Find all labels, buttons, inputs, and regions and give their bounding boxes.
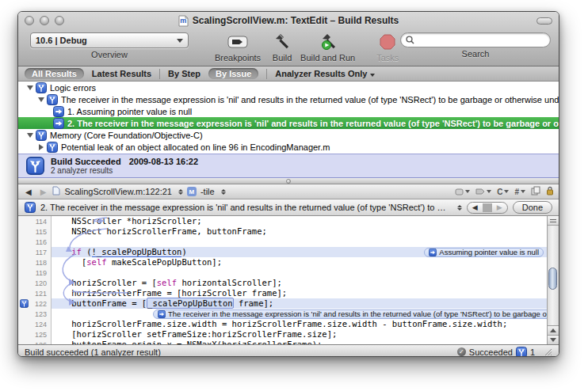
analyzer-gutter-icon[interactable] <box>20 299 29 308</box>
resize-grip[interactable] <box>543 347 552 358</box>
disclosure-closed-icon[interactable] <box>39 144 44 150</box>
done-button[interactable]: Done <box>513 201 552 214</box>
history-forward-button[interactable]: ▶ <box>38 188 49 196</box>
history-back-button[interactable]: ◀ <box>23 188 34 196</box>
search-group: Search <box>400 32 551 59</box>
breakpoints-button[interactable]: Breakpoints <box>215 32 261 63</box>
popup-arrow-icon <box>177 39 183 43</box>
annotation-bubble-receiver-nil[interactable]: The receiver in the message expression i… <box>153 309 547 319</box>
analyzer-count[interactable]: 1 <box>530 347 535 357</box>
filter-by-issue[interactable]: By Issue <box>208 68 258 79</box>
line-number[interactable]: 117 <box>18 247 52 257</box>
breakpoints-icon <box>226 32 250 51</box>
window-title-group: m ScalingScrollView.m: TextEdit – Build … <box>18 15 559 27</box>
line-number[interactable]: 115 <box>18 226 52 237</box>
counterpart-button[interactable] <box>531 186 540 197</box>
scroll-up-button[interactable] <box>548 325 559 335</box>
filter-analyzer-only[interactable]: Analyzer Results Only <box>275 69 375 78</box>
line-number[interactable]: 119 <box>18 268 52 278</box>
line-number[interactable]: 116 <box>18 237 52 247</box>
lock-icon[interactable] <box>546 186 554 197</box>
method-scope-icon: M <box>187 187 197 196</box>
banner-text: Build Succeeded2009-08-13 16:22 2 analyz… <box>51 157 198 175</box>
line-number[interactable]: 114 <box>18 216 52 226</box>
zoom-button[interactable] <box>55 16 64 25</box>
disclosure-open-icon[interactable] <box>27 133 33 138</box>
code-line-116: 116 <box>18 237 547 247</box>
pane-splitter[interactable] <box>18 178 559 184</box>
build-and-run-button[interactable]: Build and Run <box>300 32 355 63</box>
scrollbar-track[interactable] <box>548 226 559 325</box>
search-input[interactable] <box>418 36 536 45</box>
tasks-button[interactable]: Tasks <box>376 32 399 63</box>
line-number[interactable]: 126 <box>18 340 52 344</box>
succeeded-label[interactable]: Succeeded <box>469 347 513 357</box>
result-issue-receiver-nil[interactable]: The receiver in the message expression i… <box>18 93 559 105</box>
titlebar[interactable]: m ScalingScrollView.m: TextEdit – Build … <box>18 12 559 29</box>
breakpoints-menu-button[interactable] <box>475 188 491 195</box>
code-view[interactable]: 114 NSScroller *horizScroller; 115 NSRec… <box>18 216 547 344</box>
disclosure-open-icon[interactable] <box>27 85 33 90</box>
overview-popup[interactable]: 10.6 | Debug <box>30 32 189 48</box>
toolbar-toggle-button[interactable] <box>536 17 552 25</box>
file-popup[interactable]: ScalingScrollView.m:122:21 <box>64 187 172 196</box>
step-arrow-icon <box>53 106 64 117</box>
banner-subtitle: 2 analyzer results <box>51 166 198 175</box>
file-popup-stepper-icon <box>178 189 183 195</box>
analyzer-message-bar: 2. The receiver in the message expressio… <box>18 199 559 216</box>
disclosure-open-icon[interactable] <box>38 97 44 102</box>
bookmarks-menu-button[interactable] <box>455 188 470 196</box>
overview-label: Overview <box>91 50 128 59</box>
status-right-group: ✓ Succeeded 1 <box>457 347 552 358</box>
annotation-bubble-assume-null[interactable]: Assuming pointer value is null <box>424 248 544 257</box>
chevron-down-icon <box>487 190 491 193</box>
triangle-down-icon <box>550 338 556 342</box>
analyzer-message-text: 2. The receiver in the message expressio… <box>40 203 450 212</box>
breakpoints-label: Breakpoints <box>215 53 261 63</box>
result-group-logic-errors[interactable]: Logic errors <box>18 82 559 93</box>
class-menu-button[interactable]: C <box>497 188 509 196</box>
close-button[interactable] <box>25 16 34 25</box>
chevron-down-icon <box>504 190 509 193</box>
scrollbar-thumb[interactable] <box>548 268 557 290</box>
step-arrow-icon <box>158 310 166 318</box>
search-icon <box>406 33 414 47</box>
search-field[interactable] <box>400 32 551 47</box>
method-popup[interactable]: -tile <box>200 187 215 196</box>
message-stepper-icon[interactable] <box>457 205 462 211</box>
code-line-125: 125 [horizScroller setFrameSize:horizScr… <box>18 329 547 340</box>
line-number[interactable]: 123 <box>18 309 52 319</box>
build-button[interactable]: Build <box>270 32 294 63</box>
build-and-run-label: Build and Run <box>300 53 355 63</box>
line-number[interactable]: 125 <box>18 329 52 340</box>
code-line-124: 124 horizScrollerFrame.size.width = hori… <box>18 319 547 329</box>
line-number[interactable]: 118 <box>18 257 52 268</box>
line-number[interactable]: 120 <box>18 278 52 288</box>
result-step-1[interactable]: 1. Assuming pointer value is null <box>18 105 559 117</box>
next-issue-button[interactable]: ▶ <box>492 203 507 211</box>
filter-separator <box>266 69 267 79</box>
filter-by-step[interactable]: By Step <box>168 69 200 78</box>
code-line-120: 120 horizScroller = [self horizontalScro… <box>18 278 547 288</box>
succeeded-check-icon: ✓ <box>457 347 466 356</box>
build-status-banner[interactable]: Build Succeeded2009-08-13 16:22 2 analyz… <box>18 154 559 178</box>
scroll-down-button[interactable] <box>548 335 559 344</box>
code-line-121: 121 horizScrollerFrame = [horizScroller … <box>18 288 547 298</box>
code-line-114: 114 NSScroller *horizScroller; <box>18 216 547 226</box>
minimize-button[interactable] <box>40 16 49 25</box>
result-step-2-selected[interactable]: 2. The receiver in the message expressio… <box>18 117 559 129</box>
previous-issue-button[interactable]: ◀ <box>468 203 483 211</box>
result-group-memory[interactable]: Memory (Core Foundation/Objective-C) <box>18 129 559 141</box>
step-arrow-icon <box>429 249 437 256</box>
split-view-button[interactable] <box>548 216 559 226</box>
window-chrome: m ScalingScrollView.m: TextEdit – Build … <box>18 12 559 66</box>
code-line-119: 119 <box>18 268 547 278</box>
result-issue-potential-leak[interactable]: Potential leak of an object allocated on… <box>18 141 559 153</box>
marker-menu-button[interactable]: # <box>514 188 525 196</box>
filter-latest-results[interactable]: Latest Results <box>92 69 151 78</box>
line-number[interactable]: 121 <box>18 288 52 298</box>
banner-title: Build Succeeded <box>51 157 121 166</box>
analyzer-icon[interactable] <box>516 347 527 358</box>
filter-all-results[interactable]: All Results <box>25 68 84 79</box>
line-number[interactable]: 124 <box>18 319 52 329</box>
